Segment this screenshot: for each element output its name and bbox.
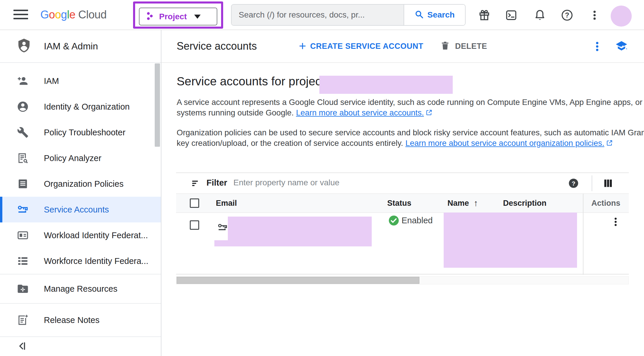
filter-label: Filter bbox=[206, 178, 227, 188]
paragraph-line: systems running outside Google. Learn mo… bbox=[177, 108, 636, 118]
external-link-icon bbox=[606, 139, 613, 146]
release-notes-icon bbox=[16, 314, 29, 326]
sidebar-item-label: Identity & Organization bbox=[44, 102, 130, 112]
collapse-sidebar-button[interactable] bbox=[0, 336, 161, 356]
sidebar-item-policy-analyzer[interactable]: Policy Analyzer bbox=[0, 145, 161, 171]
external-link-icon bbox=[426, 108, 433, 115]
filter-toolbar: Filter Enter property name or value ? bbox=[176, 173, 629, 193]
column-header-status[interactable]: Status bbox=[387, 194, 411, 212]
cloud-shell-icon[interactable] bbox=[504, 8, 518, 22]
sidebar-item-label: Workload Identity Federat... bbox=[44, 231, 148, 240]
learn-more-org-policies-link[interactable]: Learn more about service account organiz… bbox=[405, 139, 604, 148]
toolbar-divider bbox=[592, 175, 592, 191]
search-icon bbox=[414, 10, 424, 20]
page-more-vert-icon[interactable] bbox=[591, 40, 604, 53]
wrench-icon bbox=[16, 126, 29, 139]
shield-person-icon bbox=[16, 37, 32, 55]
project-selector-label: Project bbox=[159, 12, 187, 21]
sidebar-item-identity-organization[interactable]: Identity & Organization bbox=[0, 94, 161, 120]
sidebar-item-workforce-identity-federation[interactable]: Workforce Identity Federa... bbox=[0, 248, 161, 274]
sidebar-items: IAM Identity & Organization Policy Troub… bbox=[0, 63, 161, 356]
sidebar-item-workload-identity-federation[interactable]: Workload Identity Federat... bbox=[0, 222, 161, 248]
learning-icon[interactable] bbox=[614, 39, 629, 54]
help-filled-icon[interactable]: ? bbox=[568, 178, 579, 189]
create-service-account-button[interactable]: + CREATE SERVICE ACCOUNT bbox=[299, 30, 423, 62]
horizontal-scrollbar-thumb[interactable] bbox=[177, 277, 419, 284]
main-content: Service accounts + CREATE SERVICE ACCOUN… bbox=[161, 30, 644, 356]
project-selector-button[interactable]: Project bbox=[139, 8, 217, 25]
page-header: Service accounts + CREATE SERVICE ACCOUN… bbox=[161, 30, 644, 63]
sidebar-item-label: Workforce Identity Federa... bbox=[44, 256, 148, 266]
google-cloud-logo: Google Cloud bbox=[40, 0, 106, 30]
learn-more-service-accounts-link[interactable]: Learn more about service accounts. bbox=[296, 108, 424, 117]
sidebar-item-organization-policies[interactable]: Organization Policies bbox=[0, 171, 161, 197]
project-selector-highlight: Project bbox=[133, 1, 223, 29]
content-heading: Service accounts for project bbox=[177, 75, 325, 88]
row-actions-more-vert-icon[interactable] bbox=[609, 215, 622, 229]
notifications-bell-icon[interactable] bbox=[533, 8, 547, 22]
paragraph-line: key creation/upload, or the creation of … bbox=[177, 138, 636, 148]
svg-text:?: ? bbox=[565, 11, 569, 19]
trash-icon bbox=[440, 40, 450, 52]
organization-policies-description: Organization policies can be used to sec… bbox=[177, 127, 636, 148]
column-header-email[interactable]: Email bbox=[216, 194, 237, 212]
cloud-logo-word: Cloud bbox=[78, 8, 107, 21]
service-account-key-icon bbox=[217, 222, 228, 233]
table-row: Enabled bbox=[176, 213, 629, 274]
delete-button[interactable]: DELETE bbox=[440, 30, 487, 62]
select-all-checkbox[interactable] bbox=[190, 198, 199, 208]
sidebar-header: IAM & Admin bbox=[0, 30, 161, 63]
sort-ascending-icon[interactable]: ↑ bbox=[474, 198, 478, 208]
svg-text:?: ? bbox=[572, 180, 576, 187]
filter-icon bbox=[191, 179, 201, 189]
sidebar-item-label: Policy Analyzer bbox=[44, 153, 101, 163]
account-avatar[interactable] bbox=[611, 6, 632, 27]
column-selector-icon[interactable] bbox=[602, 178, 614, 189]
sidebar-item-label: Organization Policies bbox=[44, 179, 123, 189]
sidebar-item-iam[interactable]: IAM bbox=[0, 68, 161, 94]
column-header-actions: Actions bbox=[591, 194, 620, 212]
sidebar-item-policy-troubleshooter[interactable]: Policy Troubleshooter bbox=[0, 120, 161, 145]
sidebar-item-release-notes[interactable]: Release Notes bbox=[0, 303, 161, 336]
policy-analyzer-icon bbox=[16, 152, 29, 165]
more-vert-icon[interactable] bbox=[588, 8, 601, 22]
column-header-name[interactable]: Name ↑ bbox=[447, 194, 478, 212]
page-title: Service accounts bbox=[177, 30, 257, 62]
filter-input[interactable]: Enter property name or value bbox=[233, 178, 555, 187]
collapse-panel-icon bbox=[16, 341, 27, 353]
help-icon[interactable]: ? bbox=[560, 8, 574, 22]
name-description-redaction bbox=[444, 212, 577, 268]
paragraph-line: Organization policies can be used to sec… bbox=[177, 127, 636, 138]
service-account-description: A service account represents a Google Cl… bbox=[177, 97, 636, 118]
hamburger-menu-icon[interactable] bbox=[13, 10, 28, 21]
status-enabled-check-icon bbox=[388, 215, 399, 226]
project-name-redaction bbox=[319, 76, 453, 94]
service-accounts-table: Filter Enter property name or value ? Em… bbox=[176, 172, 629, 274]
horizontal-scrollbar-track[interactable] bbox=[176, 276, 629, 284]
sidebar-item-label: Release Notes bbox=[44, 315, 99, 325]
sidebar-item-label: Service Accounts bbox=[44, 205, 109, 215]
gift-icon[interactable] bbox=[478, 8, 491, 22]
search-button[interactable]: Search bbox=[404, 5, 465, 25]
project-hexagons-icon bbox=[145, 11, 155, 22]
email-redaction bbox=[214, 240, 372, 246]
status-badge: Enabled bbox=[402, 216, 433, 225]
search-input[interactable]: Search (/) for resources, docs, pr... bbox=[232, 5, 404, 25]
folder-gear-icon bbox=[16, 282, 29, 295]
account-circle-icon bbox=[16, 100, 29, 113]
plus-icon: + bbox=[299, 40, 306, 52]
column-header-description[interactable]: Description bbox=[503, 194, 547, 212]
card-icon bbox=[16, 229, 29, 242]
sidebar-item-service-accounts[interactable]: Service Accounts bbox=[0, 197, 161, 222]
sidebar-item-label: Policy Troubleshooter bbox=[44, 128, 125, 137]
top-bar: Google Cloud Project Search (/) for reso… bbox=[0, 0, 644, 30]
service-account-key-icon bbox=[16, 203, 29, 216]
chevron-down-icon bbox=[194, 15, 201, 19]
sidebar-item-label: Manage Resources bbox=[44, 284, 117, 294]
row-checkbox[interactable] bbox=[190, 220, 199, 230]
list-icon bbox=[16, 255, 29, 267]
sidebar-item-manage-resources[interactable]: Manage Resources bbox=[0, 274, 161, 303]
email-redaction bbox=[228, 217, 372, 240]
sidebar-item-label: IAM bbox=[44, 76, 59, 86]
paragraph-line: A service account represents a Google Cl… bbox=[177, 97, 636, 108]
